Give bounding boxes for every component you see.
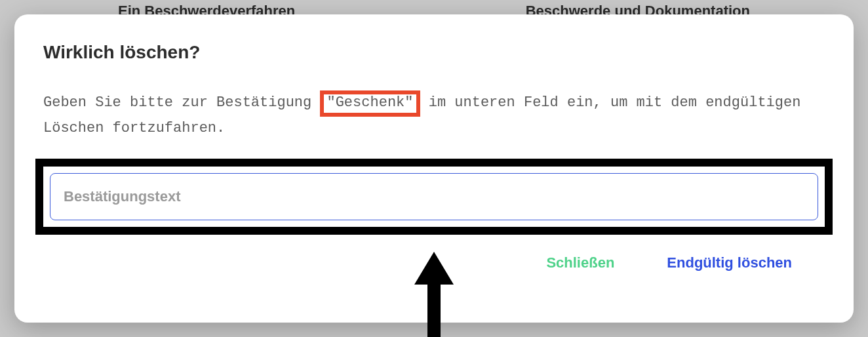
close-button[interactable]: Schließen bbox=[546, 254, 614, 271]
modal-title: Wirklich löschen? bbox=[43, 42, 825, 63]
confirm-delete-modal: Wirklich löschen? Geben Sie bitte zur Be… bbox=[14, 14, 854, 323]
permanent-delete-button[interactable]: Endgültig löschen bbox=[667, 254, 792, 271]
modal-action-row: Schließen Endgültig löschen bbox=[43, 254, 825, 271]
modal-instruction-text: Geben Sie bitte zur Bestätigung "Geschen… bbox=[43, 90, 825, 140]
confirmation-text-input[interactable] bbox=[50, 173, 818, 220]
input-annotation-frame bbox=[35, 159, 833, 235]
instruction-prefix: Geben Sie bitte zur Bestätigung bbox=[43, 94, 320, 111]
confirmation-keyword-highlight: "Geschenk" bbox=[320, 90, 420, 117]
